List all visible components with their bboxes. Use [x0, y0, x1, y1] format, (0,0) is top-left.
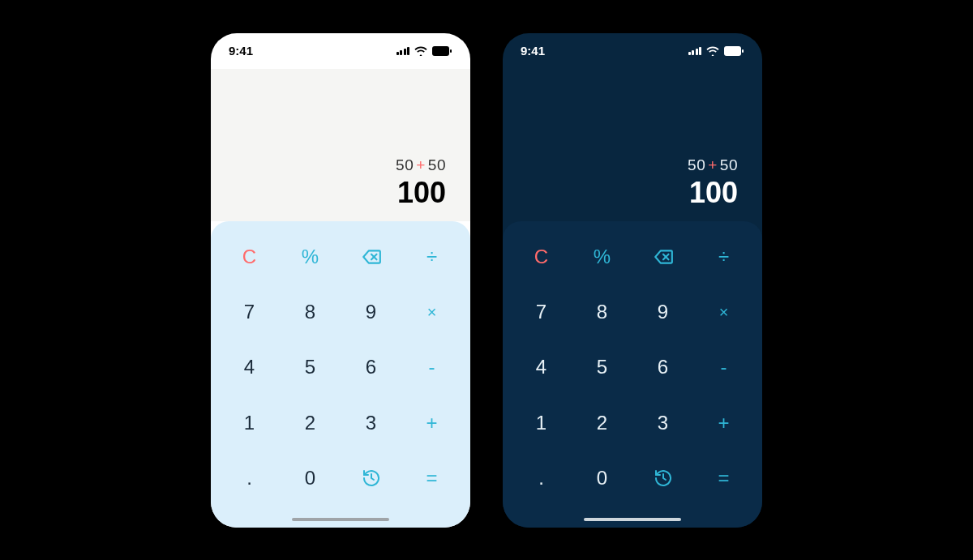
calculator-light: 9:41 50+50 100 C % ÷ 7 8 9 × 4 5 6 -: [211, 33, 470, 528]
digit-8-button[interactable]: 8: [280, 284, 341, 340]
result: 100: [689, 176, 738, 210]
status-bar: 9:41: [503, 33, 762, 69]
battery-icon: [432, 46, 452, 56]
expression: 50+50: [396, 156, 446, 174]
status-bar: 9:41: [211, 33, 470, 69]
status-indicators: [688, 46, 745, 56]
history-button[interactable]: [632, 451, 693, 506]
cellular-icon: [396, 46, 410, 55]
battery-icon: [724, 46, 744, 56]
multiply-button[interactable]: ×: [401, 284, 462, 340]
clear-button[interactable]: C: [219, 229, 280, 284]
backspace-button[interactable]: [341, 229, 401, 284]
keypad: C % ÷ 7 8 9 × 4 5 6 - 1 2 3 + . 0 =: [503, 221, 762, 528]
digit-8-button[interactable]: 8: [572, 284, 632, 340]
history-button[interactable]: [341, 451, 401, 506]
status-time: 9:41: [521, 44, 545, 58]
digit-6-button[interactable]: 6: [632, 340, 693, 395]
history-icon: [654, 468, 673, 488]
wifi-icon: [706, 46, 719, 56]
result: 100: [397, 176, 446, 210]
digit-3-button[interactable]: 3: [341, 395, 401, 451]
keypad: C % ÷ 7 8 9 × 4 5 6 - 1 2 3 + . 0 =: [211, 221, 470, 528]
digit-3-button[interactable]: 3: [632, 395, 693, 451]
home-indicator[interactable]: [292, 518, 389, 521]
digit-2-button[interactable]: 2: [280, 395, 341, 451]
percent-button[interactable]: %: [280, 229, 341, 284]
dot-button[interactable]: .: [511, 451, 572, 506]
digit-9-button[interactable]: 9: [341, 284, 401, 340]
backspace-button[interactable]: [632, 229, 693, 284]
operand-a: 50: [396, 156, 414, 173]
digit-0-button[interactable]: 0: [572, 451, 632, 506]
calculator-dark: 9:41 50+50 100 C % ÷ 7 8 9 × 4 5 6 -: [503, 33, 762, 528]
divide-button[interactable]: ÷: [401, 229, 462, 284]
digit-6-button[interactable]: 6: [341, 340, 401, 395]
svg-rect-1: [450, 49, 452, 53]
history-icon: [362, 468, 381, 488]
plus-button[interactable]: +: [693, 395, 754, 451]
digit-1-button[interactable]: 1: [511, 395, 572, 451]
svg-rect-5: [742, 49, 744, 53]
backspace-icon: [653, 246, 674, 267]
svg-rect-0: [432, 46, 449, 56]
expression: 50+50: [688, 156, 738, 174]
plus-button[interactable]: +: [401, 395, 462, 451]
minus-button[interactable]: -: [693, 340, 754, 395]
operator: +: [414, 156, 428, 173]
divide-button[interactable]: ÷: [693, 229, 754, 284]
digit-5-button[interactable]: 5: [572, 340, 632, 395]
display-area: 50+50 100: [211, 69, 470, 221]
digit-4-button[interactable]: 4: [511, 340, 572, 395]
multiply-button[interactable]: ×: [693, 284, 754, 340]
backspace-icon: [361, 246, 382, 267]
status-indicators: [396, 46, 453, 56]
digit-9-button[interactable]: 9: [632, 284, 693, 340]
minus-button[interactable]: -: [401, 340, 462, 395]
operand-a: 50: [688, 156, 705, 173]
digit-1-button[interactable]: 1: [219, 395, 280, 451]
digit-7-button[interactable]: 7: [219, 284, 280, 340]
home-indicator[interactable]: [584, 518, 681, 521]
operator: +: [705, 156, 720, 173]
equals-button[interactable]: =: [693, 451, 754, 506]
equals-button[interactable]: =: [401, 451, 462, 506]
percent-button[interactable]: %: [572, 229, 632, 284]
svg-rect-4: [724, 46, 741, 56]
digit-0-button[interactable]: 0: [280, 451, 341, 506]
digit-2-button[interactable]: 2: [572, 395, 632, 451]
clear-button[interactable]: C: [511, 229, 572, 284]
status-time: 9:41: [229, 44, 253, 58]
display-area: 50+50 100: [503, 69, 762, 221]
digit-4-button[interactable]: 4: [219, 340, 280, 395]
operand-b: 50: [428, 156, 446, 173]
digit-5-button[interactable]: 5: [280, 340, 341, 395]
digit-7-button[interactable]: 7: [511, 284, 572, 340]
operand-b: 50: [720, 156, 738, 173]
wifi-icon: [414, 46, 427, 56]
dot-button[interactable]: .: [219, 451, 280, 506]
cellular-icon: [688, 46, 702, 55]
